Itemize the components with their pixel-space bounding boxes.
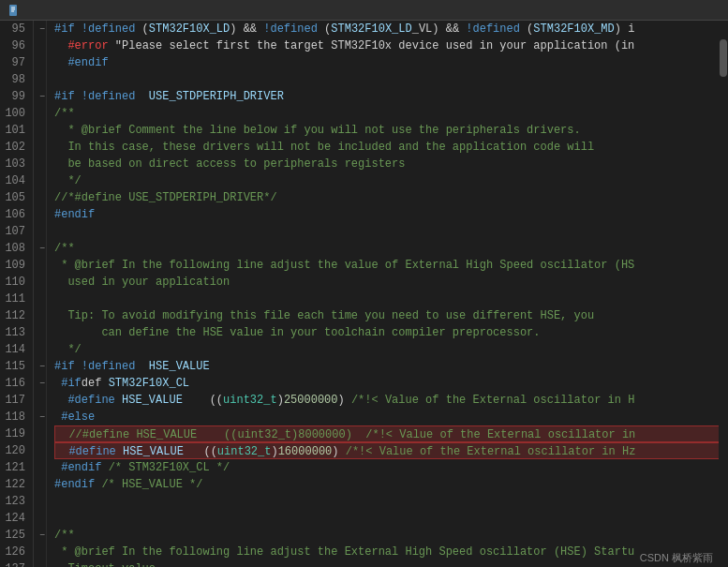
code-line <box>54 291 721 307</box>
line-number: 100 <box>4 105 25 122</box>
line-number: 125 <box>4 527 25 544</box>
code-content[interactable]: #if !defined (STM32F10X_LD) && !defined … <box>47 21 728 567</box>
line-number: 97 <box>4 54 25 71</box>
fold-gutter: − <box>34 375 46 392</box>
line-number: 118 <box>4 409 25 425</box>
line-number: 103 <box>4 156 25 172</box>
code-line: #error "Please select first the target S… <box>54 37 721 54</box>
fold-gutter <box>34 206 46 223</box>
fold-gutter <box>34 560 46 567</box>
fold-gutter <box>34 493 46 510</box>
svg-rect-0 <box>9 5 17 16</box>
fold-gutter <box>34 139 46 156</box>
watermark: CSDN 枫桥紫雨 <box>640 551 713 565</box>
line-number: 106 <box>4 206 25 223</box>
line-number: 124 <box>4 510 25 527</box>
code-line: Tip: To avoid modifying this file each t… <box>54 307 721 324</box>
line-number: 107 <box>4 223 25 240</box>
line-number: 113 <box>4 324 25 341</box>
code-line: //*#define USE_STDPERIPH_DRIVER*/ <box>54 189 721 206</box>
fold-gutter: − <box>34 527 46 544</box>
scrollbar-y[interactable] <box>719 21 728 567</box>
fold-gutter <box>34 341 46 358</box>
line-number: 119 <box>4 425 25 442</box>
fold-gutter: − <box>34 358 46 375</box>
code-line: #define HSE_VALUE ((uint32_t)25000000) /… <box>54 392 721 409</box>
line-number: 117 <box>4 392 25 409</box>
line-number: 102 <box>4 139 25 156</box>
code-line: //#define HSE_VALUE ((uint32_t)8000000) … <box>54 425 721 442</box>
code-line: #endif <box>54 206 721 223</box>
line-number: 96 <box>4 37 25 54</box>
fold-gutter <box>34 392 46 409</box>
code-line: * @brief In the following line adjust th… <box>54 257 721 274</box>
code-line: In this case, these drivers will not be … <box>54 139 721 156</box>
fold-gutter <box>34 54 46 71</box>
fold-gutter <box>34 223 46 240</box>
line-number: 110 <box>4 274 25 291</box>
line-number: 115 <box>4 358 25 375</box>
line-number: 99 <box>4 88 25 105</box>
fold-gutter <box>34 122 46 139</box>
line-number: 127 <box>4 560 25 567</box>
code-line: #endif /* HSE_VALUE */ <box>54 476 721 493</box>
fold-gutter <box>34 442 46 459</box>
code-line: be based on direct access to peripherals… <box>54 156 721 172</box>
editor-area: 9596979899100101102103104105106107108109… <box>0 21 728 567</box>
line-numbers: 9596979899100101102103104105106107108109… <box>0 21 34 567</box>
code-line: #if !defined (STM32F10X_LD) && !defined … <box>54 21 721 37</box>
line-number: 122 <box>4 476 25 493</box>
title-bar <box>0 0 728 21</box>
fold-gutter: − <box>34 21 46 37</box>
line-number: 121 <box>4 459 25 476</box>
fold-gutter <box>34 476 46 493</box>
code-line: /** <box>54 105 721 122</box>
line-number: 101 <box>4 122 25 139</box>
code-line <box>54 71 721 88</box>
line-number: 98 <box>4 71 25 88</box>
code-line: * @brief Comment the line below if you w… <box>54 122 721 139</box>
code-line: /** <box>54 527 721 544</box>
line-number: 105 <box>4 189 25 206</box>
fold-gutter <box>34 105 46 122</box>
fold-gutter <box>34 37 46 54</box>
line-number: 120 <box>4 442 25 459</box>
code-line <box>54 223 721 240</box>
line-number: 114 <box>4 341 25 358</box>
fold-gutter <box>34 324 46 341</box>
fold-gutter <box>34 425 46 442</box>
fold-gutter <box>34 459 46 476</box>
fold-gutter: − <box>34 240 46 257</box>
code-line: can define the HSE value in your toolcha… <box>54 324 721 341</box>
fold-gutter <box>34 257 46 274</box>
fold-gutter <box>34 274 46 291</box>
line-number: 95 <box>4 21 25 37</box>
code-line: /** <box>54 240 721 257</box>
fold-gutter <box>34 544 46 560</box>
code-line: #if !defined HSE_VALUE <box>54 358 721 375</box>
line-number: 126 <box>4 544 25 560</box>
scrollbar-thumb[interactable] <box>720 39 727 77</box>
code-line: */ <box>54 172 721 189</box>
code-line: */ <box>54 341 721 358</box>
line-number: 109 <box>4 257 25 274</box>
code-line: #endif /* STM32F10X_CL */ <box>54 459 721 476</box>
line-number: 123 <box>4 493 25 510</box>
fold-gutter <box>34 172 46 189</box>
fold-gutter <box>34 307 46 324</box>
code-line: #ifdef STM32F10X_CL <box>54 375 721 392</box>
code-line <box>54 510 721 527</box>
fold-gutter <box>34 510 46 527</box>
code-line: * @brief In the following line adjust th… <box>54 544 721 560</box>
fold-gutter <box>34 71 46 88</box>
line-number: 116 <box>4 375 25 392</box>
code-line: Timeout value <box>54 560 721 567</box>
code-line: used in your application <box>54 274 721 291</box>
fold-gutter <box>34 189 46 206</box>
code-line: #endif <box>54 54 721 71</box>
code-line: #if !defined USE_STDPERIPH_DRIVER <box>54 88 721 105</box>
line-number: 111 <box>4 291 25 307</box>
fold-gutter: − <box>34 88 46 105</box>
code-line: #else <box>54 409 721 425</box>
line-number: 108 <box>4 240 25 257</box>
